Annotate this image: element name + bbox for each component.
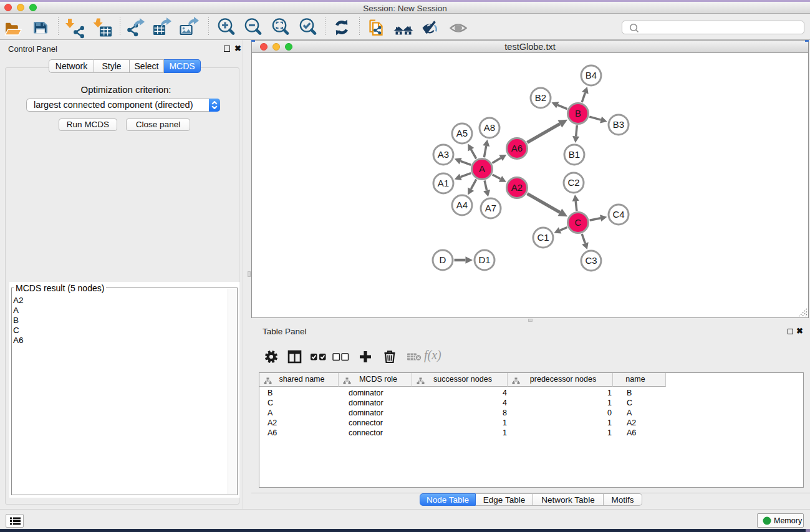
svg-text:A: A [479, 163, 485, 174]
svg-text:A2: A2 [511, 182, 523, 193]
svg-text:B: B [575, 108, 581, 118]
svg-text:D1: D1 [478, 254, 490, 265]
svg-text:C2: C2 [567, 177, 579, 188]
svg-text:B1: B1 [569, 149, 580, 160]
svg-text:C3: C3 [585, 255, 597, 266]
svg-text:B4: B4 [586, 70, 597, 80]
svg-text:A3: A3 [438, 149, 449, 160]
svg-text:C1: C1 [537, 232, 549, 243]
svg-text:A5: A5 [456, 128, 468, 138]
svg-text:B3: B3 [613, 119, 624, 130]
svg-text:A1: A1 [438, 178, 449, 188]
svg-text:C4: C4 [612, 209, 624, 220]
svg-text:A8: A8 [484, 122, 495, 133]
svg-text:C: C [575, 217, 582, 228]
svg-text:D: D [440, 254, 446, 265]
svg-text:B2: B2 [535, 92, 546, 103]
svg-text:A7: A7 [485, 203, 496, 213]
svg-text:A4: A4 [456, 200, 468, 210]
svg-text:A6: A6 [511, 143, 523, 153]
